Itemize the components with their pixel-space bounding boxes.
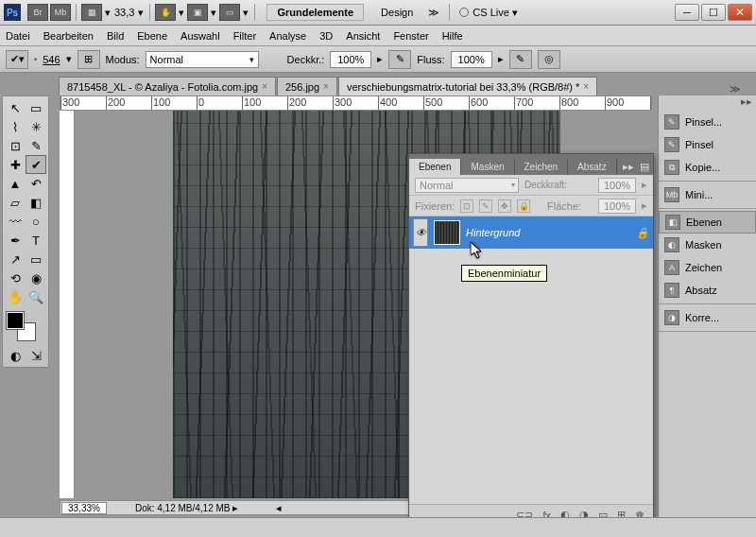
- pen-tool[interactable]: ✒: [5, 231, 26, 250]
- blend-mode-select[interactable]: Normal: [146, 51, 259, 68]
- lock-all-icon[interactable]: 🔒: [517, 199, 530, 213]
- brush-panel-icon[interactable]: ⊞: [77, 50, 100, 69]
- gradient-tool[interactable]: ◧: [26, 193, 46, 212]
- screen-mode-icon[interactable]: ▭: [219, 4, 240, 21]
- menu-help[interactable]: Hilfe: [442, 30, 463, 42]
- layer-name[interactable]: Hintergrund: [466, 227, 520, 238]
- blur-tool[interactable]: 〰: [5, 212, 26, 231]
- menu-image[interactable]: Bild: [107, 30, 124, 42]
- move-tool[interactable]: ↖: [5, 98, 26, 117]
- layer-thumbnail[interactable]: [434, 220, 460, 245]
- close-icon[interactable]: ×: [262, 81, 267, 92]
- close-button[interactable]: ✕: [728, 4, 752, 21]
- menu-icon[interactable]: ▤: [640, 161, 649, 173]
- maximize-button[interactable]: ☐: [701, 4, 726, 21]
- dock-minibridge[interactable]: MbMini...: [659, 183, 756, 206]
- arrange-icon[interactable]: ▣: [187, 4, 208, 21]
- app-icon: Ps: [4, 4, 21, 21]
- menu-window[interactable]: Fenster: [393, 30, 428, 42]
- menu-3d[interactable]: 3D: [319, 30, 333, 42]
- dock-brush-presets[interactable]: ✎Pinsel...: [659, 111, 756, 133]
- cslive-button[interactable]: CS Live▾: [459, 7, 518, 19]
- type-tool[interactable]: T: [26, 231, 46, 250]
- lock-brush-icon[interactable]: ✎: [479, 199, 492, 213]
- dock-character[interactable]: AZeichen: [659, 256, 756, 279]
- document-tab[interactable]: 8715458_XL - © Azaliya - Fotolia.com.jpg…: [59, 77, 276, 95]
- menu-select[interactable]: Auswahl: [180, 30, 220, 42]
- layer-row[interactable]: 👁 Hintergrund 🔒: [409, 217, 653, 249]
- zoom-level[interactable]: 33,3: [114, 7, 134, 18]
- bridge-icon[interactable]: Br: [27, 4, 48, 21]
- layer-fill-input[interactable]: 100%: [598, 199, 636, 214]
- screenmode-icon[interactable]: ⇲: [26, 346, 46, 365]
- hand-icon[interactable]: ✋: [155, 4, 176, 21]
- tabs-overflow-icon[interactable]: ≫: [730, 83, 741, 95]
- crop-tool[interactable]: ⊡: [5, 136, 26, 155]
- dodge-tool[interactable]: ○: [26, 212, 46, 231]
- opacity-input[interactable]: 100%: [330, 51, 371, 68]
- quickmask-icon[interactable]: ◐: [5, 346, 26, 365]
- zoom-tool[interactable]: 🔍: [26, 287, 46, 306]
- minimize-button[interactable]: ─: [675, 4, 699, 21]
- dock-clone[interactable]: ⧉Kopie...: [659, 156, 756, 179]
- minibridge-icon[interactable]: Mb: [50, 4, 71, 21]
- document-tab-active[interactable]: verschiebungsmatrix-tutorial bei 33,3% (…: [338, 77, 597, 95]
- panel-tab-masks[interactable]: Masken: [461, 159, 514, 175]
- lock-icon: 🔒: [636, 227, 649, 239]
- options-bar: ✔▾ • 546 ▾ ⊞ Modus: Normal Deckkr.: 100%…: [0, 46, 756, 73]
- dock-masks[interactable]: ◐Masken: [659, 234, 756, 256]
- menu-view[interactable]: Ansicht: [346, 30, 380, 42]
- tooltip: Ebenenminiatur: [461, 265, 547, 282]
- eyedropper-tool[interactable]: ✎: [26, 136, 46, 155]
- dock-adjust[interactable]: ◑Korre...: [659, 306, 756, 329]
- menu-file[interactable]: Datei: [6, 30, 30, 42]
- marquee-tool[interactable]: ▭: [26, 98, 46, 117]
- workspace-more-icon[interactable]: ≫: [428, 7, 439, 19]
- layer-opacity-input[interactable]: 100%: [598, 178, 636, 193]
- dock-paragraph[interactable]: ¶Absatz: [659, 279, 756, 302]
- shape-tool[interactable]: ▭: [26, 250, 46, 268]
- menu-filter[interactable]: Filter: [233, 30, 256, 42]
- panel-tab-para[interactable]: Absatz: [568, 159, 617, 175]
- menu-layer[interactable]: Ebene: [137, 30, 167, 42]
- eraser-tool[interactable]: ▱: [5, 193, 26, 212]
- stamp-tool[interactable]: ▲: [5, 174, 26, 193]
- panel-tab-char[interactable]: Zeichen: [515, 159, 569, 175]
- panel-tab-layers[interactable]: Ebenen: [409, 159, 461, 175]
- collapse-icon[interactable]: ▸▸: [741, 95, 752, 109]
- close-icon[interactable]: ×: [323, 81, 329, 92]
- menu-analysis[interactable]: Analyse: [269, 30, 306, 42]
- pressure-opacity-icon[interactable]: ✎: [388, 50, 411, 69]
- zoom-field[interactable]: 33,33%: [61, 502, 107, 514]
- tool-preset-icon[interactable]: ✔▾: [6, 50, 28, 69]
- brush-size[interactable]: 546: [43, 54, 60, 65]
- heal-tool[interactable]: ✚: [5, 155, 26, 174]
- hand-tool[interactable]: ✋: [5, 287, 26, 306]
- path-tool[interactable]: ↗: [5, 250, 26, 268]
- view-extras-icon[interactable]: ▦: [81, 4, 102, 21]
- layer-blend-select[interactable]: Normal: [415, 178, 519, 193]
- 3d-tool[interactable]: ⟲: [5, 268, 26, 287]
- brush-tool[interactable]: ✔: [26, 155, 46, 174]
- visibility-icon[interactable]: 👁: [413, 218, 428, 247]
- flow-input[interactable]: 100%: [451, 51, 492, 68]
- foreground-swatch[interactable]: [7, 312, 24, 329]
- airbrush-icon[interactable]: ✎: [509, 50, 532, 69]
- 3d-camera-tool[interactable]: ◉: [26, 268, 46, 287]
- doc-info[interactable]: Dok: 4,12 MB/4,12 MB: [135, 503, 231, 513]
- lock-move-icon[interactable]: ✥: [498, 199, 511, 213]
- lasso-tool[interactable]: ⌇: [5, 117, 26, 136]
- dock-brush[interactable]: ✎Pinsel: [659, 133, 756, 156]
- workspace-active[interactable]: Grundelemente: [266, 4, 364, 21]
- history-brush-tool[interactable]: ↶: [26, 174, 46, 193]
- dock-layers[interactable]: ◧Ebenen: [659, 211, 756, 234]
- document-tab[interactable]: 256.jpg×: [277, 77, 337, 95]
- lock-pixels-icon[interactable]: ⊡: [460, 199, 473, 213]
- wand-tool[interactable]: ✳: [26, 117, 46, 136]
- pressure-size-icon[interactable]: ◎: [538, 50, 560, 69]
- menu-edit[interactable]: Bearbeiten: [43, 30, 94, 42]
- expand-icon[interactable]: ▸▸: [623, 161, 634, 173]
- layers-icon: ◧: [665, 215, 680, 230]
- close-icon[interactable]: ×: [583, 81, 589, 92]
- workspace-option[interactable]: Design: [371, 5, 422, 20]
